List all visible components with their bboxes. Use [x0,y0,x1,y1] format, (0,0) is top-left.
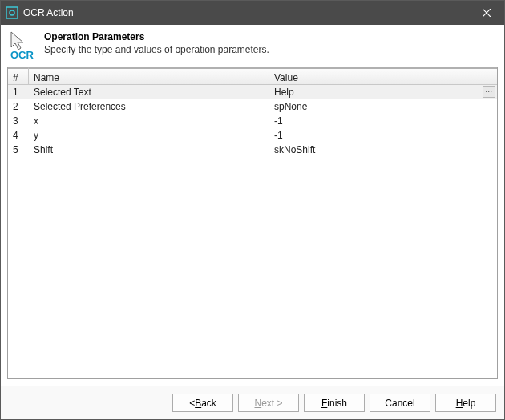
row-name: Shift [29,143,269,157]
svg-text:OCR: OCR [10,49,34,60]
header-text: Operation Parameters Specify the type an… [44,31,269,55]
svg-marker-4 [11,32,23,50]
help-button[interactable]: Help [435,394,496,412]
finish-button[interactable]: Finish [304,394,365,412]
titlebar: OCR Action [1,1,504,25]
row-value[interactable]: spNone [269,99,497,114]
svg-rect-0 [6,7,18,18]
row-name: y [29,128,269,143]
row-value[interactable]: -1 [269,114,497,128]
dialog-window: OCR Action OCR Operation Parameters Spec… [0,0,505,420]
table-row[interactable]: 4y-1 [8,128,497,143]
close-button[interactable] [468,1,504,25]
cancel-button[interactable]: Cancel [370,394,430,412]
app-icon [6,6,18,19]
row-number: 4 [8,128,29,143]
svg-point-1 [10,10,14,15]
value-browse-button[interactable]: ··· [483,86,495,98]
row-number: 2 [8,99,29,114]
row-number: 3 [8,114,29,128]
header-strip: OCR Operation Parameters Specify the typ… [1,25,504,67]
row-value[interactable]: skNoShift [269,143,497,157]
table-header-row: # Name Value [8,67,497,85]
row-name: Selected Text [29,85,269,99]
row-value[interactable]: -1 [269,128,497,143]
row-value[interactable]: Help··· [269,85,497,99]
table-row[interactable]: 2Selected PreferencesspNone [8,99,497,114]
header-subheading: Specify the type and values of operation… [44,44,269,55]
table-row[interactable]: 1Selected TextHelp··· [8,85,497,99]
header-heading: Operation Parameters [44,31,269,42]
next-button: Next > [238,394,299,412]
window-title: OCR Action [23,7,468,18]
ocr-cursor-icon: OCR [10,31,36,59]
table-row[interactable]: 3x-1 [8,114,497,128]
row-name: Selected Preferences [29,99,269,114]
row-number: 1 [8,85,29,99]
col-header-value[interactable]: Value [269,67,497,84]
button-bar: < Back Next > Finish Cancel Help [1,386,504,419]
table-body: 1Selected TextHelp···2Selected Preferenc… [8,85,497,378]
col-header-number[interactable]: # [8,67,29,84]
table-row[interactable]: 5ShiftskNoShift [8,143,497,157]
row-name: x [29,114,269,128]
col-header-name[interactable]: Name [29,67,269,84]
back-button[interactable]: < Back [172,394,233,412]
row-number: 5 [8,143,29,157]
body-area: # Name Value 1Selected TextHelp···2Selec… [1,67,504,386]
parameters-table: # Name Value 1Selected TextHelp···2Selec… [7,67,498,379]
